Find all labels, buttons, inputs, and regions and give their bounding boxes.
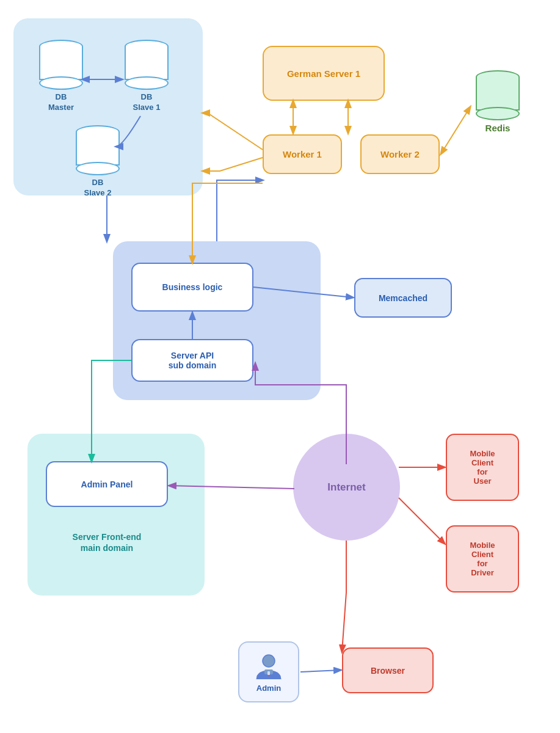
db-master: DB Master [34, 40, 89, 113]
worker1: Worker 1 [263, 134, 342, 174]
business-logic: Business logic [131, 263, 253, 312]
front-end-label: Server Front-end main domain [46, 531, 168, 553]
server-api: Server API sub domain [131, 339, 253, 382]
svg-line-7 [441, 107, 470, 154]
browser: Browser [342, 647, 434, 693]
memcached: Memcached [354, 278, 452, 318]
worker2: Worker 2 [360, 134, 440, 174]
admin-panel: Admin Panel [46, 461, 168, 507]
mobile-user: Mobile Client for User [446, 434, 519, 501]
db-slave2: DB Slave 2 [70, 125, 125, 199]
svg-rect-3 [267, 671, 270, 675]
front-end-group [27, 434, 205, 596]
architecture-diagram: DB Master DB Slave 1 DB Slave 2 German S… [0, 0, 560, 733]
db-slave1: DB Slave 1 [119, 40, 174, 113]
mobile-driver: Mobile Client for Driver [446, 525, 519, 593]
admin-icon [253, 651, 284, 682]
svg-point-0 [263, 655, 275, 667]
internet: Internet [293, 434, 400, 541]
redis: Redis [470, 70, 525, 133]
svg-line-10 [300, 670, 341, 672]
german-server: German Server 1 [263, 46, 385, 101]
admin-person: Admin [238, 641, 299, 702]
